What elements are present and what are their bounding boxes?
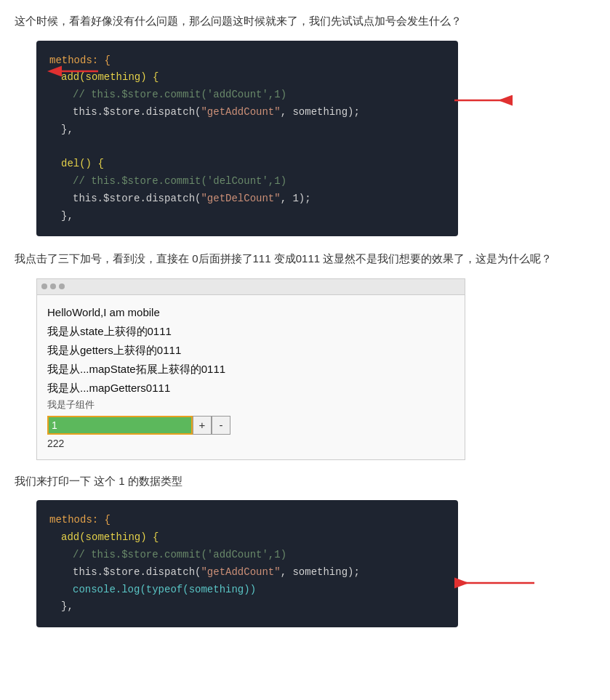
demo-line1: 我是从state上获得的0111: [47, 323, 454, 340]
code-line: [49, 138, 445, 156]
middle-paragraph: 我点击了三下加号，看到没，直接在 0后面拼接了111 变成0111 这显然不是我…: [15, 249, 595, 268]
header-dot: [50, 283, 56, 289]
header-dot: [59, 283, 65, 289]
code-line: },: [49, 598, 445, 616]
header-dot: [41, 283, 47, 289]
code-line: console.log(typeof(something)): [49, 582, 445, 599]
demo-content: HelloWorld,I am mobile 我是从state上获得的0111 …: [37, 295, 465, 459]
code-line: },: [49, 121, 445, 139]
code-line: },: [49, 208, 445, 225]
plus-button[interactable]: +: [193, 416, 212, 435]
intro-paragraph: 这个时候，看着好像没有什么问题，那么问题这时候就来了，我们先试试点加号会发生什么…: [15, 12, 595, 31]
counter-display: 1: [47, 416, 193, 435]
bottom-paragraph: 我们来打印一下 这个 1 的数据类型: [15, 472, 595, 491]
code-line: add(something) {: [49, 529, 445, 547]
demo-child-label: 我是子组件: [47, 398, 454, 411]
code-line: add(something) {: [49, 69, 445, 87]
demo-number: 222: [47, 438, 454, 449]
arrow-right-icon: [451, 92, 523, 109]
demo-header: [37, 279, 465, 295]
demo-line3: 我是从...mapState拓展上获得的0111: [47, 361, 454, 378]
code-line: this.$store.dispatch("getAddCount", some…: [49, 104, 445, 121]
code-line: // this.$store.commit('addCount',1): [49, 547, 445, 564]
code-line: methods: {: [49, 52, 445, 70]
code-line: this.$store.dispatch("getDelCount", 1);: [49, 190, 445, 208]
minus-button[interactable]: -: [212, 416, 230, 435]
code-line: // this.$store.commit('delCount',1): [49, 173, 445, 190]
code-block-1: methods: { add(something) { // this.$sto…: [36, 41, 458, 237]
counter-row: 1 + -: [47, 416, 454, 435]
arrow-left-icon: [451, 574, 538, 592]
demo-box: HelloWorld,I am mobile 我是从state上获得的0111 …: [36, 278, 465, 460]
demo-line2: 我是从getters上获得的0111: [47, 342, 454, 359]
code-line: this.$store.dispatch("getAddCount", some…: [49, 564, 445, 582]
code-line: // this.$store.commit('addCount',1): [49, 87, 445, 104]
demo-line4: 我是从...mapGetters0111: [47, 379, 454, 397]
code-block-2: methods: { add(something) { // this.$sto…: [36, 500, 458, 627]
code-line: del() {: [49, 156, 445, 173]
demo-title: HelloWorld,I am mobile: [47, 304, 454, 321]
code-line: methods: {: [49, 512, 445, 529]
